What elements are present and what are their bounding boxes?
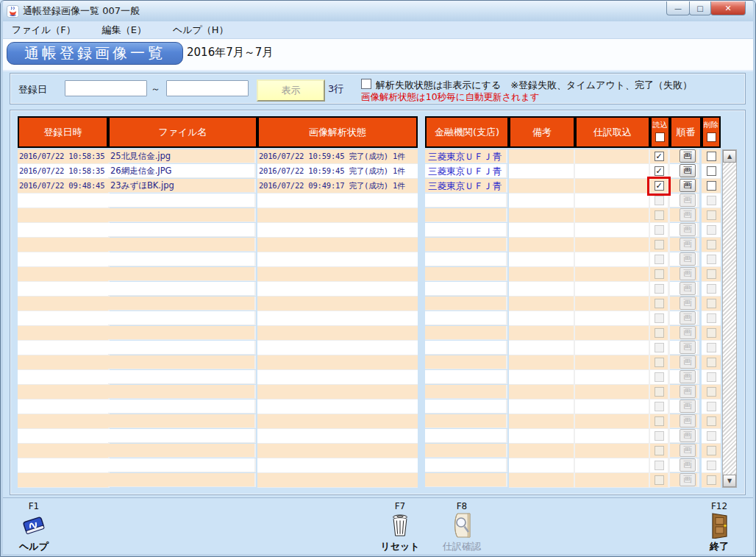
delete-checkbox <box>707 225 716 235</box>
date-to-input[interactable] <box>166 80 249 96</box>
cell-registered-at <box>18 208 110 223</box>
cell-bank <box>425 341 507 355</box>
delete-checkbox <box>707 240 716 249</box>
cell-delete <box>702 179 721 194</box>
load-checkbox <box>655 255 664 264</box>
cell-analysis-status <box>257 414 418 429</box>
delete-checkbox[interactable] <box>707 152 716 161</box>
cell-memo <box>509 341 575 355</box>
image-order-button[interactable]: 画 <box>680 164 696 177</box>
image-order-button[interactable]: 画 <box>680 179 696 192</box>
select-all-delete-checkbox[interactable] <box>707 132 716 142</box>
cell-journal-import <box>575 355 650 370</box>
load-checkbox <box>655 416 664 426</box>
show-button[interactable]: 表示 <box>257 79 325 102</box>
cell-load <box>650 311 670 326</box>
reset-button[interactable]: F7 リセット <box>374 501 427 553</box>
image-order-button: 画 <box>680 326 696 339</box>
exit-button[interactable]: F12 終了 <box>693 501 746 553</box>
close-button[interactable]: ✕ <box>710 1 746 15</box>
column-header-journal-import: 仕訳取込 <box>575 116 650 148</box>
scroll-down-icon[interactable]: ▼ <box>723 475 736 487</box>
cell-analysis-status <box>257 252 418 267</box>
delete-checkbox <box>707 284 716 294</box>
cell-load <box>650 238 670 252</box>
cell-load <box>650 414 670 429</box>
image-order-button: 画 <box>680 252 696 266</box>
cell-registered-at <box>18 267 110 282</box>
cell-bank <box>425 238 507 252</box>
delete-checkbox <box>707 431 716 441</box>
minimize-button[interactable]: — <box>666 1 690 15</box>
cell-order: 画 <box>670 400 699 414</box>
scroll-up-icon[interactable]: ▲ <box>723 150 736 163</box>
delete-checkbox[interactable] <box>707 166 716 176</box>
delete-checkbox[interactable] <box>707 181 716 191</box>
toolbar: F1 ヘルプ F7 リセット F8 <box>3 497 753 553</box>
cell-load <box>650 473 670 488</box>
cell-order: 画 <box>670 149 699 163</box>
help-button[interactable]: F1 ヘルプ <box>7 501 60 553</box>
menu-edit[interactable]: 編集（E） <box>93 21 155 39</box>
cell-memo <box>509 400 575 414</box>
image-order-button: 画 <box>680 414 696 427</box>
image-order-button: 画 <box>680 311 696 324</box>
row-count-label: 3行 <box>328 82 343 96</box>
cell-analysis-status <box>257 473 418 488</box>
table-row-empty: 画 <box>18 282 721 297</box>
cell-analysis-status <box>257 429 418 444</box>
cell-registered-at <box>18 311 110 326</box>
hide-failed-label: 解析失敗状態は非表示にする ※登録失敗、タイムアウト、完了（失敗） <box>376 79 692 92</box>
maximize-button[interactable]: □ <box>689 1 711 15</box>
cell-journal-import <box>575 458 650 473</box>
cell-filename <box>108 311 256 325</box>
table-row: 2016/07/22 10:58:3526網走信金.JPG2016/07/22 … <box>18 164 721 179</box>
help-book-icon <box>21 511 47 539</box>
delete-checkbox <box>707 358 716 367</box>
cell-load <box>650 370 670 385</box>
cell-bank <box>425 444 507 458</box>
hide-failed-checkbox[interactable] <box>361 79 371 89</box>
cell-bank <box>425 267 507 281</box>
cell-journal-import <box>575 267 650 282</box>
journal-check-button[interactable]: F8 仕訳確認 <box>435 501 488 553</box>
highlight-box <box>647 177 671 196</box>
delete-checkbox <box>707 402 716 411</box>
cell-memo <box>509 149 575 164</box>
select-all-load-checkbox[interactable] <box>655 132 665 142</box>
table-row-empty: 画 <box>18 238 721 252</box>
cell-journal-import <box>575 444 650 458</box>
cell-order: 画 <box>670 458 699 472</box>
load-checkbox <box>655 328 664 338</box>
cell-journal-import <box>575 164 650 179</box>
table-row: 2016/07/22 10:58:3525北見信金.jpg2016/07/22 … <box>18 149 721 164</box>
vertical-scrollbar[interactable]: ▲ ▼ <box>722 149 737 488</box>
menu-help[interactable]: ヘルプ（H） <box>164 21 238 39</box>
menu-file[interactable]: ファイル（F） <box>3 21 85 39</box>
image-order-button[interactable]: 画 <box>680 149 696 163</box>
cell-order: 画 <box>670 223 699 237</box>
cell-order: 画 <box>670 208 699 222</box>
date-from-input[interactable] <box>65 80 147 96</box>
cell-order: 画 <box>670 194 699 207</box>
cell-order: 画 <box>670 267 699 281</box>
cell-filename <box>108 400 256 414</box>
cell-registered-at <box>18 444 110 458</box>
delete-checkbox <box>707 372 716 382</box>
table-row-empty: 画 <box>18 223 721 238</box>
cell-filename <box>108 282 256 296</box>
load-checkbox <box>655 431 664 441</box>
load-checkbox[interactable]: ✓ <box>655 166 664 176</box>
load-checkbox[interactable]: ✓ <box>655 152 664 161</box>
cell-load <box>650 282 670 297</box>
registration-date-label: 登録日 <box>18 83 47 96</box>
cell-load <box>650 252 670 267</box>
cell-analysis-status <box>257 326 418 341</box>
trash-icon <box>389 511 411 539</box>
cell-filename <box>108 238 256 252</box>
cell-bank <box>425 385 507 399</box>
cell-filename <box>108 429 256 443</box>
cell-bank: 三菱東京ＵＦＪ青 <box>425 149 507 163</box>
column-header-bank: 金融機関(支店) <box>425 116 509 148</box>
table-row: 2016/07/22 09:48:4523みずほBK.jpg2016/07/22… <box>18 179 721 194</box>
